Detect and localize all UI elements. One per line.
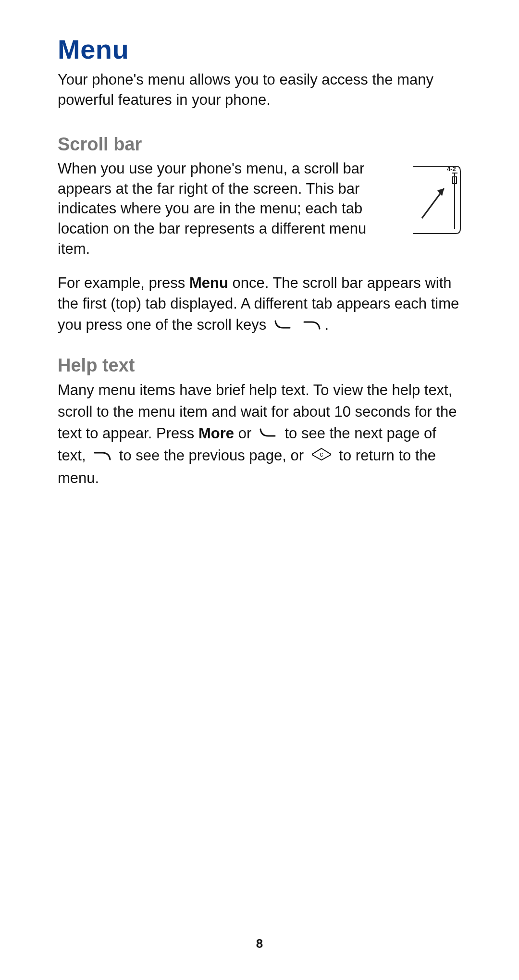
- illustration-label: 4-2: [447, 165, 456, 173]
- c-key-icon: c: [311, 446, 332, 468]
- scroll-up-key-icon: [93, 446, 112, 468]
- more-bold-label: More: [198, 425, 234, 442]
- menu-bold-label: Menu: [189, 274, 228, 291]
- intro-paragraph: Your phone's menu allows you to easily a…: [58, 70, 461, 110]
- help-text-d: to see the previous page, or: [115, 447, 308, 464]
- scroll-bar-para2-end: .: [324, 316, 329, 333]
- help-text-heading: Help text: [58, 355, 461, 376]
- scroll-bar-row: When you use your phone's menu, a scroll…: [58, 159, 461, 259]
- scroll-bar-para1: When you use your phone's menu, a scroll…: [58, 159, 397, 259]
- page-title: Menu: [58, 34, 461, 65]
- scroll-down-key-icon: [273, 315, 293, 336]
- manual-page: Menu Your phone's menu allows you to eas…: [0, 0, 519, 980]
- scroll-bar-para2: For example, press Menu once. The scroll…: [58, 273, 461, 336]
- phone-screen-illustration: 4-2: [408, 161, 461, 240]
- scroll-up-key-icon: [302, 315, 321, 336]
- svg-text:c: c: [320, 450, 323, 458]
- help-text-b: or: [234, 425, 256, 442]
- scroll-down-key-icon: [259, 423, 278, 445]
- scroll-bar-heading: Scroll bar: [58, 134, 461, 155]
- page-number: 8: [0, 936, 519, 951]
- help-text-paragraph: Many menu items have brief help text. To…: [58, 380, 461, 489]
- scroll-bar-para2-pre: For example, press: [58, 274, 189, 291]
